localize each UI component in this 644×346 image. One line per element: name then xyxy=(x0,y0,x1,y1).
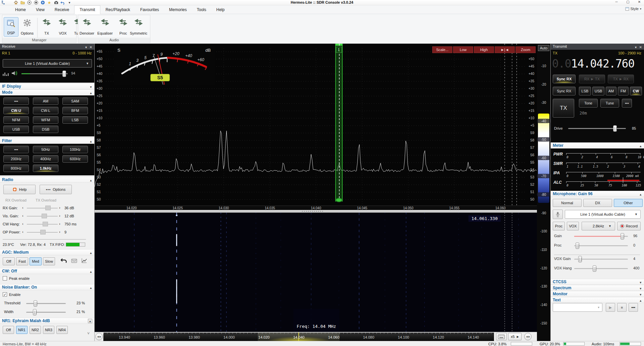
slider-thumb[interactable] xyxy=(576,243,579,249)
panel-collapse-icon[interactable]: ▾ xyxy=(635,44,637,50)
text-more-button[interactable]: ••• xyxy=(629,303,638,312)
menu-tab-help[interactable]: Help xyxy=(211,6,230,14)
agc-undo-icon[interactable] xyxy=(60,258,67,264)
ribbon-button-symmetric[interactable]: Symmetric xyxy=(131,17,146,37)
filter-button-800hz[interactable]: 800Hz xyxy=(3,165,29,172)
spinner-track[interactable] xyxy=(27,224,58,224)
chevron-up-icon[interactable]: ▴ xyxy=(90,250,92,256)
spinner-decrement[interactable]: ‹ xyxy=(22,230,23,234)
keyboard-entry-button[interactable] xyxy=(496,333,507,340)
navigator-right-button[interactable]: ◄► xyxy=(524,333,532,340)
navigator-left-button[interactable]: ◄► xyxy=(95,333,103,340)
mode-button-bfm[interactable]: BFM xyxy=(62,107,88,114)
mic-profile-other[interactable]: Other xyxy=(614,199,643,207)
menu-tab-transmit[interactable]: Transmit xyxy=(74,5,100,14)
agc-envelope-icon[interactable] xyxy=(71,259,77,264)
spinner-track[interactable] xyxy=(27,232,58,232)
menu-tab-receive[interactable]: Receive xyxy=(50,6,74,14)
section-meter[interactable]: Meter ▴ xyxy=(551,142,644,148)
spinner-decrement[interactable]: ‹ xyxy=(22,222,23,226)
chevron-up-icon[interactable]: ▴ xyxy=(90,285,92,291)
filter-button-400hz[interactable]: 400Hz xyxy=(33,155,58,163)
agc-graph-icon[interactable] xyxy=(81,258,87,264)
threshold-slider[interactable] xyxy=(26,303,66,304)
tx-more-button[interactable]: ••• xyxy=(622,99,632,107)
mic-profile-normal[interactable]: Normal xyxy=(553,199,582,207)
filter-button-[interactable]: ••• xyxy=(3,146,29,153)
mode-button-lsb[interactable]: LSB xyxy=(62,116,88,124)
menu-tab-favourites[interactable]: Favourites xyxy=(135,6,164,14)
text-play-button[interactable]: ▶ xyxy=(606,303,615,312)
text-stop-button[interactable]: ■ xyxy=(617,303,627,312)
minimize-button[interactable]: ─ xyxy=(613,0,620,5)
nr-button-nr3[interactable]: NR3 xyxy=(43,326,54,334)
spinner-increment[interactable]: › xyxy=(59,230,60,234)
section-mode[interactable]: Mode▴ xyxy=(0,89,94,95)
mode-button-cwl[interactable]: CW-L xyxy=(33,107,58,114)
filter-button-600hz[interactable]: 600Hz xyxy=(62,155,88,163)
mode-button-sam[interactable]: SAM xyxy=(62,97,88,105)
spectrum-button-high[interactable]: High xyxy=(474,46,494,53)
spinner-thumb[interactable] xyxy=(43,222,48,226)
vox-hang-slider[interactable] xyxy=(574,268,628,269)
section-cw[interactable]: CW: Off▴ xyxy=(0,268,94,274)
tx-syncrx-button[interactable]: Sync RX xyxy=(553,75,576,83)
sidebar-scroll-down-icon[interactable]: ˅ xyxy=(87,331,90,336)
tx-txrx-button[interactable]: TX ► RX xyxy=(608,75,634,83)
tx-am-button[interactable]: AM xyxy=(606,87,616,95)
tx-usb-button[interactable]: USB xyxy=(592,87,604,95)
spinner-decrement[interactable]: ‹ xyxy=(22,206,23,210)
equalizer-icon[interactable] xyxy=(3,71,9,77)
threshold-thumb[interactable] xyxy=(34,300,37,307)
menu-tab-memories[interactable]: Memories xyxy=(164,6,192,14)
nr-button-off[interactable]: Off xyxy=(3,326,14,334)
mode-button-nfm[interactable]: NFM xyxy=(3,116,29,124)
tune-button[interactable]: Tune xyxy=(600,99,619,107)
tx-fm-button[interactable]: FM xyxy=(618,87,629,95)
ribbon-button-options[interactable]: Options xyxy=(20,17,35,37)
waterfall-display[interactable]: 14.061.330 Freq: 14.04 MHz Span: ±24 kHz xyxy=(95,213,537,332)
speaker-icon[interactable] xyxy=(11,71,18,77)
nr-button-nr2[interactable]: NR2 xyxy=(30,326,41,334)
section-ctcss[interactable]: CTCSS▾ xyxy=(551,279,644,285)
splitter-handle[interactable] xyxy=(95,210,537,213)
help-button[interactable]: Help xyxy=(3,185,36,194)
spinner-decrement[interactable]: ‹ xyxy=(22,214,23,218)
navigator-band[interactable]: 13.94013.96013.98014.00014.02014.04014.0… xyxy=(103,333,494,341)
width-slider[interactable] xyxy=(26,312,66,313)
vox-gain-slider[interactable] xyxy=(574,259,628,260)
section-agc[interactable]: AGC: Medium▴ xyxy=(0,249,94,255)
filter-button-100hz[interactable]: 100Hz xyxy=(62,146,88,153)
filter-button-10khz[interactable]: 1.0kHz xyxy=(33,165,58,172)
nr-button-nr4[interactable]: NR4 xyxy=(56,326,68,334)
vox-toggle-button[interactable]: VOX xyxy=(567,222,579,230)
tx-button[interactable]: TX xyxy=(553,99,574,118)
tx-cw-button[interactable]: CW xyxy=(630,87,642,95)
section-filter[interactable]: Filter▴ xyxy=(0,138,94,144)
chevron-up-icon[interactable]: ▴ xyxy=(640,192,641,198)
zoom-x5-button[interactable]: x5 ▶ xyxy=(508,333,522,340)
spectrum-button-low[interactable]: Low xyxy=(453,46,473,53)
mic-device-select[interactable]: Line 1 (Virtual Audio Cable) ▼ xyxy=(565,210,641,219)
tx-bandwidth-select[interactable]: 2.8kHz ▼ xyxy=(582,222,615,230)
volume-thumb[interactable] xyxy=(62,71,66,77)
colorbar-auto-button[interactable]: Auto xyxy=(538,45,549,51)
slider-thumb[interactable] xyxy=(593,265,596,272)
section-nr1[interactable]: NR1: Ephraim Malah 4dB ▴ xyxy=(0,318,94,324)
menu-tab-rec-playback[interactable]: Rec/Playback xyxy=(100,6,135,14)
menu-tab-tools[interactable]: Tools xyxy=(192,6,211,14)
nb-enable-checkbox[interactable]: ✓ xyxy=(3,292,7,297)
ribbon-button-equaliser[interactable]: Equaliser xyxy=(98,17,112,37)
panel-close-icon[interactable]: ✕ xyxy=(90,44,92,50)
spectrum-button-[interactable]: ►|◄ xyxy=(495,46,515,53)
mode-button-cwu[interactable]: CW-U xyxy=(3,107,29,114)
agc-button-off[interactable]: Off xyxy=(3,257,15,265)
tx-rxtx-button[interactable]: RX ► TX xyxy=(579,75,605,83)
nr-button-nr1[interactable]: NR1 xyxy=(16,326,28,334)
ribbon-button-denoiser[interactable]: Denoiser xyxy=(80,17,94,37)
chevron-up-icon[interactable]: ▴ xyxy=(640,298,641,304)
mode-button-[interactable]: ••• xyxy=(3,97,29,105)
mode-button-wfm[interactable]: WFM xyxy=(33,116,58,124)
filter-button-200hz[interactable]: 200Hz xyxy=(3,155,29,163)
gain-slider[interactable] xyxy=(574,236,628,237)
